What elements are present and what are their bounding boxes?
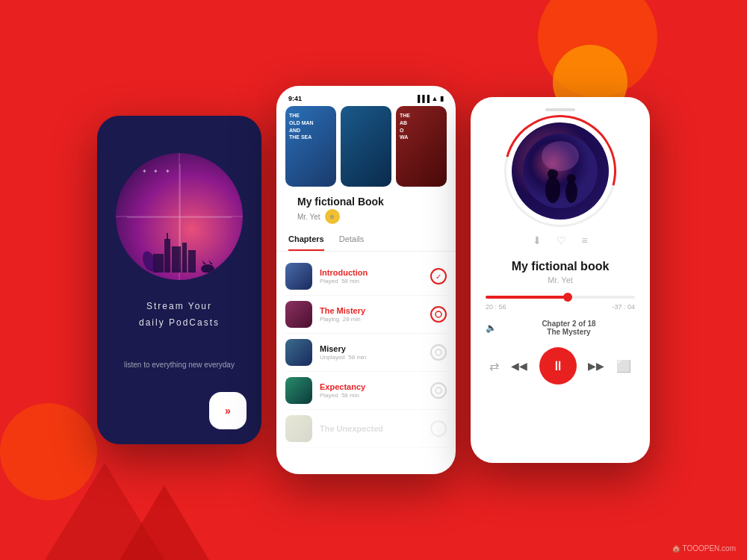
progress-fill [486,296,568,299]
book-title-3: THEABOWA [396,106,447,147]
controls-row: ⇄ ◀◀ ⏸ ▶▶ ⬜ [486,347,635,385]
heart-icon[interactable]: ♡ [557,234,566,246]
svg-rect-3 [172,246,181,273]
book-title-1: THEOLD MANANDTHE SEA [285,106,336,147]
hunger-games-icon: ⊕ [325,209,340,224]
chapter-info-4: Expectancy Played 58 min [320,382,423,399]
book-title-2 [341,106,391,118]
phone-podcast-splash: ✦ ✦ ✦ ✦ Stream Y [97,116,261,444]
progress-times: 20 : 56 -37 : 04 [486,303,635,311]
progress-dot[interactable] [563,293,572,302]
city-svg [142,231,217,273]
chapter-info-3: Misery Unplayed 58 min [320,344,423,361]
book-cover-2[interactable] [341,106,391,187]
chapter-thumb-3 [285,339,312,366]
svg-rect-4 [182,243,187,273]
phone-notch [545,108,575,111]
chapter-info-2: The Mistery Playing 28 min [320,306,423,323]
progress-bar[interactable] [486,296,635,299]
chapter-thumb-2 [285,301,312,328]
svg-marker-10 [208,260,213,264]
status-time: 9:41 [288,95,302,102]
chapter-info-5: The Unexpected [320,424,423,434]
chapter-name-2: The Mistery [320,306,423,315]
svg-rect-5 [188,250,196,273]
chapter-name-1: Introduction [320,268,423,277]
chapter-item-misery[interactable]: Misery Unplayed 58 min [285,334,447,372]
chapter-item-expectancy[interactable]: Expectancy Played 58 min [285,372,447,410]
player-artist: Mr. Yet [548,276,573,284]
chapter-status-2 [430,306,447,323]
chapter-meta-3: Unplayed 58 min [320,354,423,361]
playlist-icon[interactable]: ≡ [581,234,587,246]
tab-chapters[interactable]: Chapters [288,234,324,251]
chapter-item-introduction[interactable]: Introduction Played 58 min ✓ [285,258,447,296]
svg-point-8 [201,264,214,273]
svg-marker-9 [202,260,206,264]
shuffle-button[interactable]: ⇄ [489,359,499,373]
chapter-meta-4: Played 58 min [320,392,423,399]
chapter-list: Introduction Played 58 min ✓ The Mistery… [276,258,456,474]
volume-icon[interactable]: 🔈 [486,323,497,333]
svg-point-13 [436,349,441,355]
tabs-row: Chapters Details [276,234,456,252]
time-remaining: -37 : 04 [612,303,635,311]
next-button[interactable]: ▶▶ [588,360,604,372]
svg-rect-7 [167,233,168,240]
chapter-name-4: Expectancy [320,382,423,391]
podcast-next-button[interactable]: » [209,392,247,429]
prev-button[interactable]: ◀◀ [511,360,527,372]
book-author: Mr. Yet ⊕ [285,209,396,231]
play-pause-button[interactable]: ⏸ [539,347,577,385]
chapter-name-5: The Unexpected [320,424,423,433]
book-covers-row: THEOLD MANANDTHE SEA THEABOWA [276,106,456,196]
podcast-illustration: ✦ ✦ ✦ ✦ [116,153,243,280]
tab-details[interactable]: Details [339,234,365,251]
watermark: 🏠 TOOOPEN.com [672,544,736,553]
svg-point-14 [436,388,441,393]
svg-point-12 [436,311,441,317]
chapter-thumb-1 [285,263,312,290]
download-icon[interactable]: ⬇ [533,234,542,246]
cast-button[interactable]: ⬜ [616,359,631,373]
book-cover-1[interactable]: THEOLD MANANDTHE SEA [285,106,336,187]
svg-rect-2 [164,239,170,273]
book-title: My fictional Book [285,196,396,209]
chapter-label: Chapter 2 of 18 The Mystery [503,320,635,336]
status-bar: 9:41 ▐▐▐ ▲ ▮ [276,86,456,106]
chapter-status-1: ✓ [430,268,447,284]
album-ring-progress [484,97,637,247]
chapter-name-3: Misery [320,344,423,353]
chapter-thumb-4 [285,377,312,404]
chapter-info-1: Introduction Played 58 min [320,268,423,284]
chapter-status-3 [430,344,447,361]
chapter-info-bar: 🔈 Chapter 2 of 18 The Mystery [486,320,635,336]
book-cover-3[interactable]: THEABOWA [396,106,447,187]
chapter-item-unexpected[interactable]: The Unexpected [285,410,447,448]
chapter-meta-2: Playing 28 min [320,316,423,323]
chapter-thumb-5 [285,415,312,442]
podcast-subtitle: listen to everything new everyday [109,361,249,369]
chapter-meta-1: Played 58 min [320,278,423,284]
chapter-item-mistery[interactable]: The Mistery Playing 28 min [285,296,447,334]
time-current: 20 : 56 [486,303,506,311]
bg-triangle-2 [120,485,209,560]
phone-chapters: 9:41 ▐▐▐ ▲ ▮ THEOLD MANANDTHE SEA THEABO… [276,86,456,474]
phones-container: ✦ ✦ ✦ ✦ Stream Y [97,86,650,474]
podcast-title: Stream Your daily PodCasts [139,299,220,331]
album-art-container [512,122,609,220]
phone-player: ⬇ ♡ ≡ My fictional book Mr. Yet 20 : 56 … [471,97,650,463]
player-action-icons: ⬇ ♡ ≡ [533,234,587,246]
chapter-status-4 [430,382,447,399]
chapter-status-5 [430,420,447,437]
player-book-title: My fictional book [512,260,610,273]
status-icons: ▐▐▐ ▲ ▮ [415,95,444,102]
